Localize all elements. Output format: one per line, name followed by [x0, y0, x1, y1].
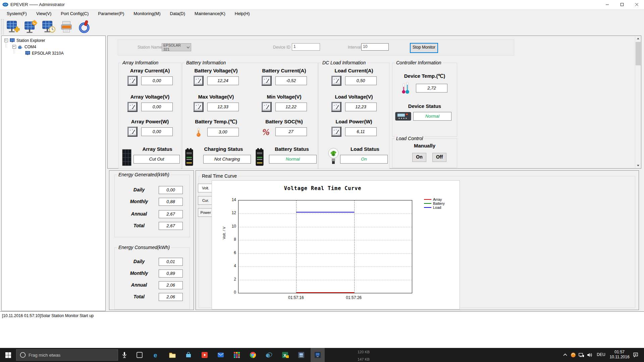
- taskbar-store-button[interactable]: [184, 351, 193, 359]
- y-tick-label: 14: [226, 197, 236, 202]
- gauge-icon: [331, 102, 341, 112]
- station-icon: [25, 51, 30, 55]
- tray-language[interactable]: DEU: [594, 352, 608, 357]
- tab-power[interactable]: Power: [198, 208, 213, 217]
- taskbar-chrome-button[interactable]: [249, 351, 257, 359]
- vertical-scrollbar[interactable]: [635, 36, 641, 168]
- maximize-button[interactable]: [614, 0, 629, 9]
- menu-view[interactable]: View(V): [32, 10, 56, 17]
- x-tick-label: 01:57:16: [281, 295, 311, 300]
- menu-maintenance[interactable]: Maintenance(K): [190, 10, 230, 17]
- print-button[interactable]: [59, 19, 74, 35]
- gauge-icon: [331, 127, 341, 137]
- tray-chevron-button[interactable]: [562, 352, 568, 358]
- group-title: Load Control: [395, 136, 424, 141]
- y-tick-label: 4: [226, 263, 236, 268]
- taskbar-explorer-button[interactable]: [168, 351, 177, 359]
- station-name-value: EPSOLAR 321: [163, 43, 187, 51]
- tree-item-com4[interactable]: COM4: [12, 44, 36, 50]
- taskbar-epever-button[interactable]: [313, 351, 322, 359]
- station-config-button[interactable]: [23, 19, 39, 35]
- taskbar-search[interactable]: Frag mich etwas: [16, 349, 118, 361]
- controller-information-group: Controller Information Device Temp.(℃) 2…: [392, 63, 457, 137]
- h-gridline: [238, 253, 412, 254]
- station-timer-button[interactable]: [41, 19, 56, 35]
- taskbar-tool-button[interactable]: [297, 351, 306, 359]
- station-name-label: Station Name: [138, 45, 162, 50]
- scroll-up-button[interactable]: [635, 36, 641, 42]
- menu-system[interactable]: System(F): [2, 10, 32, 17]
- action-center-button[interactable]: [633, 352, 639, 358]
- station-explorer-tree: Station Explorer COM4 EPSOLAR 3210A: [1, 36, 106, 311]
- collapse-icon[interactable]: [12, 45, 16, 49]
- gauge-icon: [127, 127, 138, 137]
- tray-date: 10.11.2016: [609, 355, 630, 360]
- taskbar-microphone-button[interactable]: [120, 351, 129, 359]
- menu-help[interactable]: Help(H): [230, 10, 255, 17]
- chart-plot-area: [238, 200, 412, 293]
- interval-input[interactable]: 10: [361, 43, 389, 51]
- menu-data[interactable]: Data(D): [165, 10, 190, 17]
- close-button[interactable]: [629, 0, 644, 9]
- bulb-icon: [327, 147, 339, 166]
- microphone-icon: [121, 351, 128, 359]
- tray-clock[interactable]: 01:57 10.11.2016: [609, 350, 630, 360]
- menu-monitoring[interactable]: Monitoring(M): [129, 10, 165, 17]
- load-on-button[interactable]: On: [412, 153, 426, 162]
- tray-updater-button[interactable]: [570, 352, 576, 358]
- thermometer-double-icon: [400, 81, 411, 96]
- status-label: Load Status: [341, 146, 389, 152]
- minimize-button[interactable]: [600, 0, 614, 9]
- add-station-button[interactable]: [5, 19, 21, 35]
- taskbar-grid-app-button[interactable]: [232, 351, 241, 359]
- dc-load-information-group: DC Load Information Load Current(A) 0,50…: [318, 63, 389, 169]
- tray-volume-button[interactable]: [586, 352, 592, 358]
- series-line-load: [296, 212, 354, 213]
- taskbar-edge-button[interactable]: e: [152, 351, 161, 359]
- energy-row-label: Annual: [121, 211, 157, 217]
- device-id-input[interactable]: 1: [292, 43, 320, 51]
- tree-item-station-explorer[interactable]: Station Explorer: [4, 38, 45, 43]
- taskbar-ie-button[interactable]: e: [265, 351, 273, 359]
- tab-volt[interactable]: Volt.: [198, 184, 213, 192]
- collapse-icon[interactable]: [4, 39, 8, 42]
- y-tick-label: 10: [226, 224, 236, 229]
- taskbar-excel-button[interactable]: X: [281, 351, 289, 359]
- gauge-icon: [127, 76, 138, 86]
- tray-network-button[interactable]: [578, 352, 584, 358]
- station-name-select[interactable]: EPSOLAR 321: [162, 43, 191, 51]
- taskbar-mail-button[interactable]: [216, 351, 225, 359]
- tab-cur[interactable]: Cur.: [198, 196, 213, 205]
- load-off-button[interactable]: Off: [432, 153, 446, 162]
- load-status-value: On: [340, 155, 388, 164]
- scrollbar-thumb[interactable]: [636, 42, 641, 65]
- load-current-value: 0,50: [345, 76, 377, 85]
- exit-button[interactable]: [76, 19, 92, 35]
- mail-icon: [217, 351, 224, 359]
- manually-label: Manually: [392, 143, 457, 148]
- menu-port-config[interactable]: Port Config(C): [56, 10, 93, 17]
- taskbar-media-button[interactable]: [200, 351, 209, 359]
- h-gridline: [238, 280, 412, 280]
- start-button[interactable]: [0, 348, 16, 362]
- field-label: Min Voltage(V): [254, 94, 314, 100]
- device-status-label: Device Status: [392, 103, 457, 109]
- stop-monitor-button[interactable]: Stop Monitor: [410, 43, 438, 53]
- field-label: Load Power(W): [319, 119, 389, 124]
- field-label: Max Voltage(V): [186, 94, 246, 100]
- field-label: Array Power(W): [119, 119, 181, 124]
- energy-generated-total: 2,67: [159, 222, 183, 230]
- energy-row-label: Monthly: [121, 270, 157, 276]
- station-clock-icon: [42, 20, 56, 34]
- gauge-icon: [331, 76, 341, 86]
- menu-parameter[interactable]: Parameter(P): [93, 10, 129, 17]
- toolbar-grip[interactable]: [1, 19, 3, 35]
- search-placeholder: Frag mich etwas: [29, 353, 60, 358]
- tree-item-epsolar-3210a[interactable]: EPSOLAR 3210A: [25, 50, 64, 56]
- legend-entry: Array: [424, 197, 442, 201]
- scroll-down-button[interactable]: [635, 163, 641, 168]
- group-title: Energy Consumed(kWh): [117, 245, 171, 250]
- window-title: EPEVER —— Administrator: [10, 2, 65, 7]
- array-status-value: Cut Out: [133, 155, 180, 164]
- task-view-button[interactable]: [135, 351, 144, 359]
